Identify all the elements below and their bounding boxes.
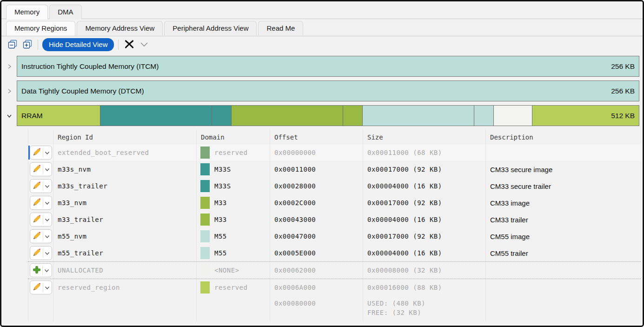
region-id-cell: m33s_trailer [53, 178, 196, 194]
toolbar: Hide Detailed View [1, 36, 643, 53]
domain-color-swatch [200, 197, 210, 209]
size-cell: 0x00017000 (92 KB) [363, 161, 485, 178]
summary-domain-cell [196, 296, 270, 321]
domain-color-swatch [200, 214, 210, 226]
region-id-cell: extended_boot_reserved [53, 144, 196, 161]
edit-pencil-icon [33, 214, 41, 225]
domain-cell: reserved [196, 144, 270, 161]
delete-region-button[interactable] [123, 39, 135, 51]
offset-cell: 0x00047000 [270, 228, 363, 245]
collapse-all-button[interactable] [6, 39, 19, 51]
edit-region-button[interactable] [30, 146, 52, 160]
expand-all-button[interactable] [21, 39, 33, 51]
end-offset-cell: 0x00080000 [270, 296, 363, 321]
button-divider [43, 198, 43, 207]
table-row-extended-boot-reserved: extended_boot_reservedreserved0x00000000… [28, 144, 641, 161]
button-divider [43, 165, 43, 174]
button-divider [43, 148, 43, 157]
description-cell: CM33 secure trailer [485, 178, 641, 194]
edit-pencil-icon [33, 231, 41, 241]
domain-color-swatch [200, 230, 210, 242]
edit-pencil-icon [33, 164, 41, 174]
memory-bar-rram[interactable]: RRAM512 KB [17, 105, 639, 126]
size-cell: 0x00016000 (88 KB) [363, 279, 485, 296]
add-region-button[interactable] [30, 263, 52, 277]
toolbar-separator [38, 40, 38, 50]
memory-bar-itcm[interactable]: Instruction Tightly Coupled Memory (ITCM… [17, 56, 639, 77]
chevron-down-icon [45, 233, 50, 240]
edit-pencil-icon [33, 147, 41, 158]
button-divider [43, 181, 43, 191]
bar-name-label: RRAM [21, 112, 43, 120]
row-controls-cell [28, 194, 53, 211]
domain-label: reserved [214, 284, 247, 291]
main-tab-bar: MemoryDMA [1, 1, 643, 19]
table-row-m55-nvm: m55_nvmM550x000470000x00017000 (92 KB)CM… [28, 228, 641, 245]
table-summary-row: 0x00080000USED: (480 KB) FREE: (32 KB) [28, 296, 641, 321]
view-tab-read-me[interactable]: Read Me [258, 21, 303, 35]
region-id-cell: reserved_region [53, 279, 196, 296]
domain-cell: M55 [196, 228, 270, 245]
edit-region-button[interactable] [30, 280, 52, 294]
bar-segment-m33s-trailer [212, 106, 231, 126]
collapse-region-icon[interactable] [1, 113, 17, 119]
view-tab-memory-regions[interactable]: Memory Regions [6, 21, 75, 36]
collapse-all-icon [7, 39, 18, 51]
region-id-cell: m33_trailer [53, 211, 196, 228]
edit-region-button[interactable] [30, 213, 52, 227]
edit-pencil-icon [33, 181, 41, 191]
expand-all-icon [22, 39, 33, 51]
bar-size-label: 256 KB [611, 87, 639, 95]
domain-cell: M33 [196, 194, 270, 211]
edit-region-button[interactable] [30, 229, 52, 243]
memory-bar-dtcm[interactable]: Data Tightly Coupled Memory (DTCM)256 KB [17, 80, 639, 101]
edit-region-button[interactable] [30, 196, 52, 210]
bar-segment-m55-trailer [474, 106, 493, 126]
view-tab-memory-address-view[interactable]: Memory Address View [77, 21, 163, 35]
row-controls-cell [28, 245, 53, 261]
offset-cell: 0x00028000 [270, 178, 363, 194]
toolbar-separator [118, 40, 119, 50]
domain-color-swatch [200, 147, 210, 159]
add-plus-icon [33, 266, 41, 275]
table-row-unallocated: UNALLOCATED<NONE>0x000620000x00008000 (3… [28, 261, 641, 279]
edit-region-button[interactable] [30, 162, 52, 176]
size-cell: 0x00017000 (92 KB) [363, 194, 485, 211]
tab-dma[interactable]: DMA [49, 5, 81, 19]
button-divider [43, 232, 43, 241]
hide-detailed-view-button[interactable]: Hide Detailed View [42, 38, 114, 51]
table-row-m33s-nvm: m33s_nvmM33S0x000110000x00017000 (92 KB)… [28, 161, 641, 178]
size-cell: 0x00004000 (16 KB) [363, 211, 485, 228]
row-controls-cell [28, 161, 53, 178]
bar-size-label: 512 KB [611, 112, 635, 120]
row-controls-cell [28, 279, 53, 296]
table-row-m33-trailer: m33_trailerM330x000430000x00004000 (16 K… [28, 211, 641, 228]
button-divider [43, 248, 43, 258]
description-cell [485, 279, 641, 296]
size-cell: 0x00008000 (32 KB) [363, 262, 485, 279]
offset-cell: 0x00011000 [270, 161, 363, 178]
view-tab-bar: Memory RegionsMemory Address ViewPeriphe… [1, 19, 643, 36]
domain-cell: M33S [196, 178, 270, 194]
expand-region-icon[interactable] [1, 64, 17, 69]
description-cell: CM33 trailer [485, 211, 641, 228]
delete-options-dropdown[interactable] [138, 39, 150, 51]
description-cell: CM33 secure image [485, 161, 641, 178]
column-header-domain: Domain [196, 130, 270, 144]
edit-region-button[interactable] [30, 179, 52, 193]
size-cell: 0x00004000 (16 KB) [363, 178, 485, 194]
table-row-m33-nvm: m33_nvmM330x0002C0000x00017000 (92 KB)CM… [28, 194, 641, 211]
chevron-down-icon [45, 250, 50, 257]
expand-region-icon[interactable] [1, 88, 17, 94]
domain-cell: M33 [196, 211, 270, 228]
view-tab-peripheral-address-view[interactable]: Peripheral Address View [164, 21, 257, 35]
edit-region-button[interactable] [30, 246, 52, 260]
edit-pencil-icon [33, 198, 41, 208]
description-cell: CM55 trailer [485, 245, 641, 261]
bar-segment-unallocated [493, 106, 532, 126]
edit-pencil-icon [33, 248, 41, 258]
memory-bar-segments [17, 106, 639, 126]
tab-memory[interactable]: Memory [6, 5, 48, 20]
row-controls-cell [28, 211, 53, 228]
summary-description-cell [485, 296, 641, 321]
